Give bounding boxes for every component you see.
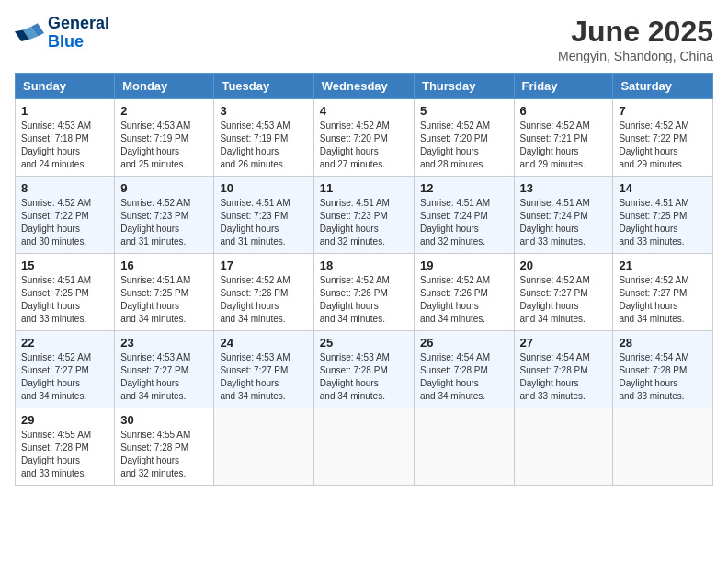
day-number: 20 <box>520 259 608 272</box>
calendar-row: 29Sunrise: 4:55 AMSunset: 7:28 PMDayligh… <box>16 408 713 486</box>
day-number: 8 <box>21 181 108 195</box>
calendar-cell: 6Sunrise: 4:52 AMSunset: 7:21 PMDaylight… <box>514 99 613 177</box>
calendar-cell: 20Sunrise: 4:52 AMSunset: 7:27 PMDayligh… <box>514 254 613 331</box>
day-info: Sunrise: 4:51 AMSunset: 7:25 PMDaylight … <box>120 274 208 326</box>
day-number: 25 <box>320 336 408 350</box>
calendar-header-cell: Wednesday <box>313 74 414 99</box>
cell-content: 21Sunrise: 4:52 AMSunset: 7:27 PMDayligh… <box>619 259 707 326</box>
calendar-cell: 13Sunrise: 4:51 AMSunset: 7:24 PMDayligh… <box>514 177 613 254</box>
calendar-cell <box>313 408 414 486</box>
calendar-cell: 19Sunrise: 4:52 AMSunset: 7:26 PMDayligh… <box>414 254 514 331</box>
day-number: 24 <box>220 336 307 350</box>
day-number: 30 <box>120 413 208 427</box>
day-info: Sunrise: 4:52 AMSunset: 7:21 PMDaylight … <box>520 120 608 171</box>
calendar-cell <box>514 408 613 486</box>
calendar-cell: 4Sunrise: 4:52 AMSunset: 7:20 PMDaylight… <box>313 99 414 177</box>
day-number: 12 <box>420 181 508 195</box>
calendar-cell: 23Sunrise: 4:53 AMSunset: 7:27 PMDayligh… <box>115 331 214 408</box>
day-info: Sunrise: 4:52 AMSunset: 7:20 PMDaylight … <box>420 120 508 171</box>
cell-content: 17Sunrise: 4:52 AMSunset: 7:26 PMDayligh… <box>220 259 307 326</box>
logo-icon <box>15 18 44 48</box>
cell-content: 24Sunrise: 4:53 AMSunset: 7:27 PMDayligh… <box>220 336 307 403</box>
calendar: SundayMondayTuesdayWednesdayThursdayFrid… <box>15 73 713 486</box>
calendar-cell <box>214 408 313 486</box>
cell-content: 16Sunrise: 4:51 AMSunset: 7:25 PMDayligh… <box>120 259 208 326</box>
calendar-cell: 27Sunrise: 4:54 AMSunset: 7:28 PMDayligh… <box>514 331 613 408</box>
cell-content: 12Sunrise: 4:51 AMSunset: 7:24 PMDayligh… <box>420 181 508 248</box>
day-number: 16 <box>120 259 208 272</box>
day-number: 3 <box>220 104 307 118</box>
day-number: 15 <box>21 259 108 272</box>
calendar-cell: 11Sunrise: 4:51 AMSunset: 7:23 PMDayligh… <box>313 177 414 254</box>
calendar-cell <box>414 408 514 486</box>
day-info: Sunrise: 4:53 AMSunset: 7:27 PMDaylight … <box>220 351 307 403</box>
title-block: June 2025 Mengyin, Shandong, China <box>558 15 713 63</box>
day-number: 27 <box>520 336 608 350</box>
calendar-cell: 14Sunrise: 4:51 AMSunset: 7:25 PMDayligh… <box>613 177 713 254</box>
cell-content: 25Sunrise: 4:53 AMSunset: 7:28 PMDayligh… <box>320 336 408 403</box>
cell-content: 6Sunrise: 4:52 AMSunset: 7:21 PMDaylight… <box>520 104 608 171</box>
calendar-header-cell: Friday <box>514 74 613 99</box>
calendar-cell: 25Sunrise: 4:53 AMSunset: 7:28 PMDayligh… <box>313 331 414 408</box>
calendar-header-row: SundayMondayTuesdayWednesdayThursdayFrid… <box>16 74 713 99</box>
cell-content: 13Sunrise: 4:51 AMSunset: 7:24 PMDayligh… <box>520 181 608 248</box>
calendar-row: 1Sunrise: 4:53 AMSunset: 7:18 PMDaylight… <box>16 99 713 177</box>
calendar-cell: 1Sunrise: 4:53 AMSunset: 7:18 PMDaylight… <box>16 99 115 177</box>
month-title: June 2025 <box>558 15 713 49</box>
logo-line2: Blue <box>48 33 109 52</box>
calendar-cell: 21Sunrise: 4:52 AMSunset: 7:27 PMDayligh… <box>613 254 713 331</box>
cell-content: 10Sunrise: 4:51 AMSunset: 7:23 PMDayligh… <box>220 181 307 248</box>
day-number: 18 <box>320 259 408 272</box>
calendar-cell: 9Sunrise: 4:52 AMSunset: 7:23 PMDaylight… <box>115 177 214 254</box>
day-info: Sunrise: 4:52 AMSunset: 7:27 PMDaylight … <box>21 351 108 403</box>
day-number: 2 <box>120 104 208 118</box>
cell-content: 11Sunrise: 4:51 AMSunset: 7:23 PMDayligh… <box>320 181 408 248</box>
calendar-cell: 8Sunrise: 4:52 AMSunset: 7:22 PMDaylight… <box>16 177 115 254</box>
cell-content: 23Sunrise: 4:53 AMSunset: 7:27 PMDayligh… <box>120 336 208 403</box>
day-number: 7 <box>619 104 707 118</box>
calendar-header-cell: Monday <box>115 74 214 99</box>
day-info: Sunrise: 4:52 AMSunset: 7:26 PMDaylight … <box>420 274 508 326</box>
cell-content: 30Sunrise: 4:55 AMSunset: 7:28 PMDayligh… <box>120 413 208 480</box>
day-info: Sunrise: 4:52 AMSunset: 7:20 PMDaylight … <box>320 120 408 171</box>
calendar-header-cell: Thursday <box>414 74 514 99</box>
cell-content: 27Sunrise: 4:54 AMSunset: 7:28 PMDayligh… <box>520 336 608 403</box>
calendar-header-cell: Tuesday <box>214 74 313 99</box>
cell-content: 7Sunrise: 4:52 AMSunset: 7:22 PMDaylight… <box>619 104 707 171</box>
day-info: Sunrise: 4:53 AMSunset: 7:19 PMDaylight … <box>120 120 208 171</box>
day-info: Sunrise: 4:53 AMSunset: 7:27 PMDaylight … <box>120 351 208 403</box>
day-number: 14 <box>619 181 707 195</box>
calendar-row: 15Sunrise: 4:51 AMSunset: 7:25 PMDayligh… <box>16 254 713 331</box>
calendar-cell: 16Sunrise: 4:51 AMSunset: 7:25 PMDayligh… <box>115 254 214 331</box>
day-info: Sunrise: 4:51 AMSunset: 7:24 PMDaylight … <box>420 197 508 248</box>
cell-content: 1Sunrise: 4:53 AMSunset: 7:18 PMDaylight… <box>21 104 108 171</box>
day-info: Sunrise: 4:51 AMSunset: 7:25 PMDaylight … <box>21 274 108 326</box>
cell-content: 9Sunrise: 4:52 AMSunset: 7:23 PMDaylight… <box>120 181 208 248</box>
cell-content: 22Sunrise: 4:52 AMSunset: 7:27 PMDayligh… <box>21 336 108 403</box>
header: General Blue June 2025 Mengyin, Shandong… <box>15 15 713 63</box>
day-number: 11 <box>320 181 408 195</box>
calendar-cell: 17Sunrise: 4:52 AMSunset: 7:26 PMDayligh… <box>214 254 313 331</box>
calendar-cell: 22Sunrise: 4:52 AMSunset: 7:27 PMDayligh… <box>16 331 115 408</box>
cell-content: 14Sunrise: 4:51 AMSunset: 7:25 PMDayligh… <box>619 181 707 248</box>
day-number: 13 <box>520 181 608 195</box>
calendar-cell: 10Sunrise: 4:51 AMSunset: 7:23 PMDayligh… <box>214 177 313 254</box>
cell-content: 5Sunrise: 4:52 AMSunset: 7:20 PMDaylight… <box>420 104 508 171</box>
day-info: Sunrise: 4:52 AMSunset: 7:27 PMDaylight … <box>619 274 707 326</box>
day-number: 4 <box>320 104 408 118</box>
calendar-cell: 28Sunrise: 4:54 AMSunset: 7:28 PMDayligh… <box>613 331 713 408</box>
calendar-cell: 30Sunrise: 4:55 AMSunset: 7:28 PMDayligh… <box>115 408 214 486</box>
calendar-cell <box>613 408 713 486</box>
logo-text: General Blue <box>48 15 109 52</box>
location: Mengyin, Shandong, China <box>558 49 713 63</box>
calendar-cell: 2Sunrise: 4:53 AMSunset: 7:19 PMDaylight… <box>115 99 214 177</box>
cell-content: 15Sunrise: 4:51 AMSunset: 7:25 PMDayligh… <box>21 259 108 326</box>
day-info: Sunrise: 4:54 AMSunset: 7:28 PMDaylight … <box>520 351 608 403</box>
cell-content: 4Sunrise: 4:52 AMSunset: 7:20 PMDaylight… <box>320 104 408 171</box>
cell-content: 29Sunrise: 4:55 AMSunset: 7:28 PMDayligh… <box>21 413 108 480</box>
day-info: Sunrise: 4:51 AMSunset: 7:25 PMDaylight … <box>619 197 707 248</box>
day-info: Sunrise: 4:53 AMSunset: 7:28 PMDaylight … <box>320 351 408 403</box>
calendar-header-cell: Saturday <box>613 74 713 99</box>
day-number: 29 <box>21 413 108 427</box>
calendar-cell: 15Sunrise: 4:51 AMSunset: 7:25 PMDayligh… <box>16 254 115 331</box>
